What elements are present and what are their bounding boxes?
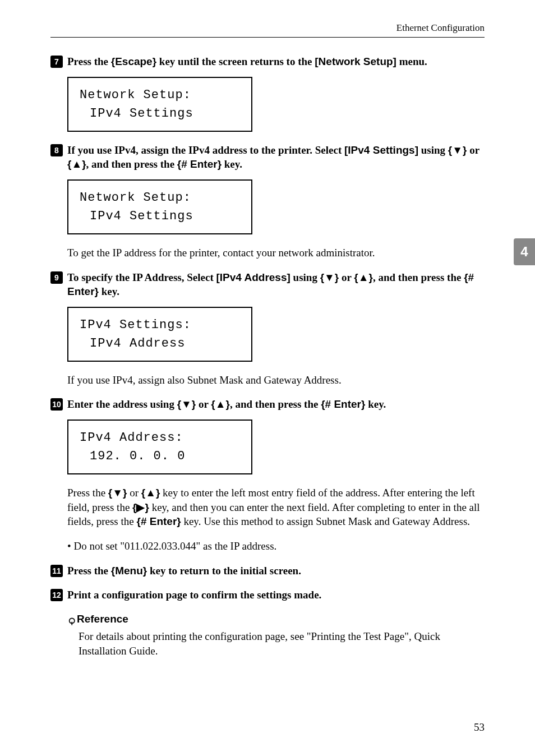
step-10-body: Press the {▼} or {▲} key to enter the le… [67, 486, 485, 529]
lcd-line1: Network Setup: [80, 86, 240, 104]
lcd-display-10: IPv4 Address: 192. 0. 0. 0 [67, 420, 252, 474]
lcd-display-9: IPv4 Settings: IPv4 Address [67, 307, 252, 362]
step-10-bullet: • Do not set "011.022.033.044" as the IP… [67, 539, 485, 554]
step-number-10: 10 [50, 398, 63, 411]
down-arrow-key: {▼} [108, 487, 127, 499]
step-number-9: 9 [50, 271, 63, 284]
step-10-text: Enter the address using {▼} or {▲}, and … [67, 397, 386, 412]
reference-body: For details about printing the configura… [79, 629, 485, 658]
up-arrow-key: {▲} [211, 398, 230, 410]
header-title: Ethernet Configuration [396, 22, 485, 33]
step-8: 8 If you use IPv4, assign the IPv4 addre… [50, 143, 485, 260]
lcd-line2: IPv4 Settings [80, 207, 240, 225]
page-header: Ethernet Configuration [50, 22, 485, 38]
lcd-line2: IPv4 Settings [80, 104, 240, 123]
step-9-text: To specify the IP Address, Select [IPv4 … [67, 270, 485, 299]
enter-key: {# Enter} [136, 515, 181, 527]
step-9: 9 To specify the IP Address, Select [IPv… [50, 270, 485, 388]
lcd-line1: IPv4 Settings: [80, 316, 240, 334]
down-arrow-key: {▼} [177, 398, 196, 410]
step-7-text: Press the {Escape} key until the screen … [67, 54, 427, 69]
step-number-7: 7 [50, 56, 63, 68]
lcd-line2: 192. 0. 0. 0 [80, 447, 240, 465]
chapter-number: 4 [520, 244, 528, 260]
lcd-line1: IPv4 Address: [80, 428, 240, 447]
step-9-body: If you use IPv4, assign also Subnet Mask… [67, 373, 485, 388]
step-number-8: 8 [50, 144, 63, 156]
escape-key: {Escape} [111, 56, 156, 67]
step-12: 12 Print a configuration page to confirm… [50, 588, 485, 602]
ipv4-settings-menu-label: [IPv4 Settings] [344, 144, 418, 156]
reference-heading: ⌕Reference [67, 612, 485, 627]
step-number-11: 11 [50, 565, 63, 577]
enter-key: {# Enter} [177, 158, 222, 170]
right-arrow-key: {▶} [132, 501, 149, 513]
up-arrow-key: {▲} [141, 487, 160, 499]
ipv4-address-menu-label: [IPv4 Address] [216, 271, 290, 283]
network-setup-menu-label: [Network Setup] [315, 56, 396, 67]
lcd-line1: Network Setup: [80, 188, 240, 207]
lcd-display-8: Network Setup: IPv4 Settings [67, 179, 252, 234]
chapter-tab: 4 [514, 238, 535, 265]
step-11-text: Press the {Menu} key to return to the in… [67, 564, 301, 578]
up-arrow-key: {▲} [67, 158, 86, 170]
enter-key: {# Enter} [321, 398, 365, 410]
step-7: 7 Press the {Escape} key until the scree… [50, 54, 485, 132]
menu-key: {Menu} [111, 565, 147, 577]
step-number-12: 12 [50, 589, 63, 601]
page-number: 53 [474, 721, 485, 734]
step-12-text: Print a configuration page to confirm th… [67, 588, 321, 602]
down-arrow-key: {▼} [320, 271, 339, 283]
down-arrow-key: {▼} [448, 144, 467, 156]
step-10: 10 Enter the address using {▼} or {▲}, a… [50, 397, 485, 553]
up-arrow-key: {▲} [354, 271, 373, 283]
step-8-text: If you use IPv4, assign the IPv4 address… [67, 143, 485, 172]
reference-section: ⌕Reference For details about printing th… [50, 612, 485, 658]
lcd-line2: IPv4 Address [80, 334, 240, 353]
step-11: 11 Press the {Menu} key to return to the… [50, 564, 485, 578]
step-8-body: To get the IP address for the printer, c… [67, 246, 485, 260]
lcd-display-7: Network Setup: IPv4 Settings [67, 77, 252, 132]
